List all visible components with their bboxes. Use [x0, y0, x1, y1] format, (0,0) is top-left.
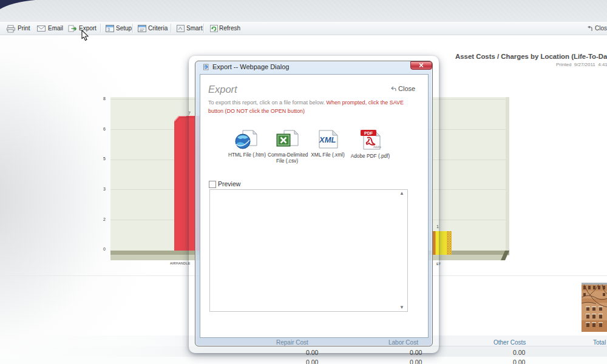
svg-text:PDF: PDF: [364, 131, 373, 135]
svg-text:Adobe: Adobe: [373, 146, 382, 149]
svg-text:XML: XML: [319, 135, 336, 144]
svg-text:3: 3: [107, 27, 110, 32]
